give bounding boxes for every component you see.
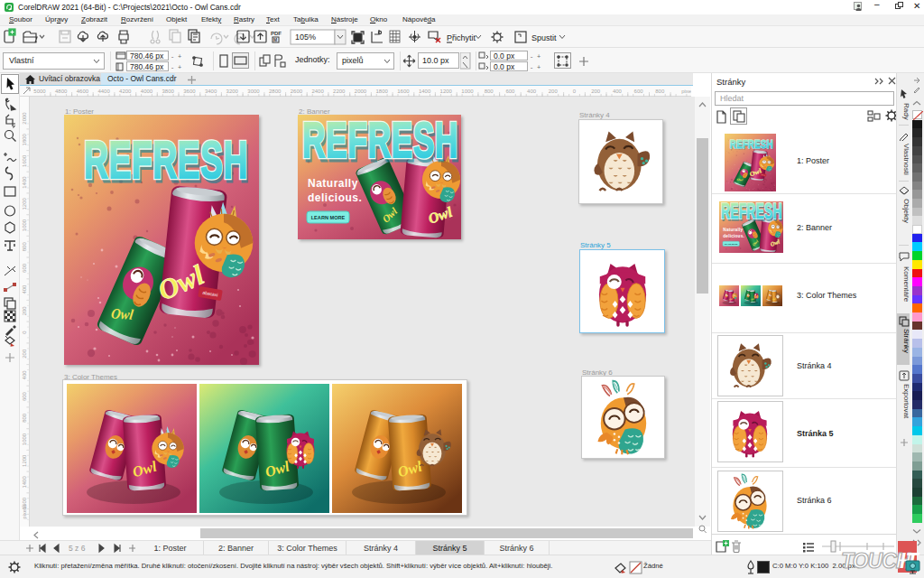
svg-text:0: 0: [573, 89, 577, 94]
svg-text:800: 800: [22, 413, 27, 423]
svg-text:1000: 1000: [22, 433, 27, 445]
svg-text:4400: 4400: [97, 89, 110, 94]
svg-text:400: 400: [613, 89, 623, 94]
svg-text:Spustit: Spustit: [531, 33, 557, 42]
svg-text:pixelů: pixelů: [22, 505, 27, 519]
svg-text:1600: 1600: [22, 154, 27, 167]
svg-text:800: 800: [655, 89, 665, 94]
svg-text:600: 600: [505, 89, 515, 94]
svg-text:200: 200: [591, 89, 601, 94]
svg-text:M: M: [273, 37, 277, 42]
svg-text:200: 200: [22, 306, 27, 316]
svg-text:+: +: [178, 53, 181, 61]
svg-text:0: 0: [22, 331, 27, 334]
svg-text:pixelů: pixelů: [681, 89, 691, 94]
svg-text:+: +: [537, 64, 541, 71]
svg-text:1200: 1200: [22, 454, 27, 467]
svg-text:+: +: [178, 64, 181, 71]
svg-text:1000: 1000: [22, 219, 27, 231]
svg-text:3800: 3800: [162, 89, 175, 94]
svg-text:1000: 1000: [461, 89, 474, 94]
svg-text:+: +: [537, 53, 541, 61]
svg-text:4800: 4800: [55, 89, 68, 94]
svg-text:400: 400: [527, 89, 537, 94]
svg-text:4000: 4000: [141, 89, 153, 94]
svg-text:PDF: PDF: [271, 31, 282, 36]
svg-text:105%: 105%: [295, 33, 316, 42]
svg-text:-: -: [530, 64, 533, 71]
svg-text:600: 600: [22, 391, 27, 401]
svg-text:3400: 3400: [205, 89, 217, 94]
svg-text:800: 800: [485, 89, 494, 94]
svg-text:600: 600: [22, 263, 27, 273]
svg-text:1600: 1600: [397, 89, 410, 94]
svg-text:200: 200: [549, 89, 559, 94]
svg-text:200: 200: [22, 349, 27, 359]
svg-text:1200: 1200: [22, 197, 27, 210]
svg-text:3600: 3600: [183, 89, 196, 94]
svg-text:Přichytit: Přichytit: [447, 33, 476, 42]
svg-text:800: 800: [22, 242, 27, 252]
svg-text:1400: 1400: [22, 476, 27, 489]
svg-text:2000: 2000: [22, 112, 27, 125]
svg-text:5 z 6: 5 z 6: [69, 544, 86, 553]
svg-text:5000: 5000: [33, 89, 46, 94]
svg-text:1800: 1800: [22, 133, 27, 145]
svg-text:400: 400: [22, 370, 27, 380]
svg-text:1400: 1400: [22, 176, 27, 189]
svg-text:1200: 1200: [440, 89, 453, 94]
svg-text:2200: 2200: [333, 89, 346, 94]
svg-text:600: 600: [634, 89, 644, 94]
svg-text:400: 400: [22, 284, 27, 294]
svg-text:4200: 4200: [119, 89, 132, 94]
svg-text:2400: 2400: [311, 89, 324, 94]
svg-text:-: -: [530, 53, 533, 61]
svg-text:2800: 2800: [269, 89, 282, 94]
svg-text:3000: 3000: [247, 89, 260, 94]
svg-text:2000: 2000: [355, 89, 367, 94]
svg-text:4600: 4600: [77, 89, 89, 94]
svg-text:3200: 3200: [226, 89, 239, 94]
svg-text:2600: 2600: [291, 89, 303, 94]
svg-text:-: -: [171, 53, 174, 61]
svg-text:1800: 1800: [376, 89, 389, 94]
svg-text:1400: 1400: [419, 89, 431, 94]
svg-text:-: -: [171, 64, 174, 71]
